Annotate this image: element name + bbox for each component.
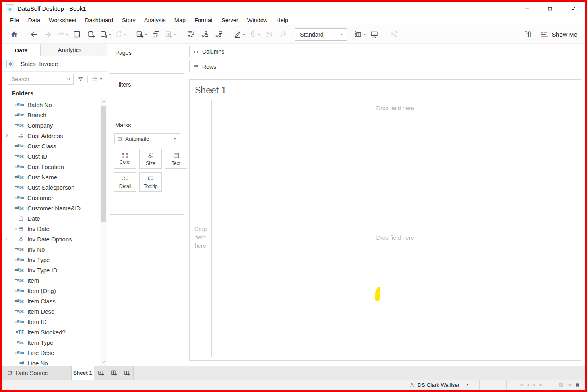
mark-color-button[interactable]: Color [114, 149, 136, 169]
refresh-button[interactable] [113, 28, 128, 41]
pages-card[interactable]: Pages [110, 46, 184, 74]
field-row[interactable]: =AbcCust Salesperson [2, 182, 100, 192]
swap-axes-button[interactable] [184, 28, 198, 41]
scrollbar[interactable] [100, 98, 107, 366]
field-row[interactable]: =AbcItem Type [2, 337, 100, 347]
expand-chevron-icon[interactable] [5, 134, 12, 138]
group-members-button[interactable] [247, 28, 262, 41]
field-row[interactable]: Cust Address [2, 130, 100, 141]
rows-shelf-drop[interactable] [253, 61, 581, 72]
mark-type-dropdown[interactable]: Automatic [114, 133, 180, 144]
fit-caret-button[interactable] [336, 29, 347, 40]
fit-dropdown[interactable]: Standard [295, 28, 347, 41]
drop-zone-top[interactable]: Drop field here [212, 105, 578, 111]
home-button[interactable] [7, 28, 21, 41]
field-row[interactable]: =AbcCustomer [2, 192, 100, 203]
user-menu[interactable]: DS Clark Walliser [406, 380, 479, 390]
redo-button[interactable] [55, 28, 70, 41]
duplicate-sheet-button[interactable] [149, 28, 163, 41]
share-button[interactable] [387, 28, 401, 41]
field-row[interactable]: =AbcBranch [2, 110, 100, 120]
worksheet-canvas[interactable]: Sheet 1 Drop field here Drop field here … [189, 79, 581, 361]
field-row[interactable]: =AbcItem [2, 275, 100, 285]
mark-detail-button[interactable]: Detail [114, 172, 136, 192]
tab-analytics[interactable]: Analytics [40, 44, 107, 56]
field-row[interactable]: =AbcCustomer Name&ID [2, 203, 100, 213]
menu-file[interactable]: File [6, 17, 23, 23]
field-row[interactable]: =AbcItem (Orig) [2, 285, 100, 296]
highlight-button[interactable] [232, 28, 247, 41]
show-me-button[interactable]: Show Me [541, 31, 577, 38]
menu-dashboard[interactable]: Dashboard [81, 17, 118, 23]
mark-type-caret[interactable] [170, 134, 180, 144]
field-row[interactable]: =AbcItem ID [2, 316, 100, 327]
tab-data[interactable]: Data [2, 44, 40, 56]
nav-last-button[interactable] [539, 383, 543, 387]
sort-ascending-button[interactable] [198, 28, 212, 41]
collapse-pane-button[interactable] [99, 48, 107, 52]
forward-arrow-button[interactable] [41, 28, 55, 41]
clear-sheet-button[interactable] [163, 28, 178, 41]
find-button[interactable] [521, 28, 535, 41]
menu-story[interactable]: Story [118, 17, 140, 23]
mark-text-button[interactable]: Text [165, 149, 187, 169]
sort-descending-button[interactable] [212, 28, 226, 41]
field-row[interactable]: =AbcInv Type ID [2, 265, 100, 275]
field-row[interactable]: =AbcInv No [2, 244, 100, 254]
filmstrip-button[interactable] [567, 382, 572, 388]
menu-analysis[interactable]: Analysis [140, 17, 170, 23]
search-input[interactable] [8, 76, 66, 82]
field-row[interactable]: =AbcItem Desc [2, 306, 100, 316]
field-row[interactable]: Date [2, 213, 100, 223]
minimize-button[interactable] [515, 2, 539, 15]
active-sheet-button[interactable] [575, 382, 580, 388]
drop-zone-left[interactable]: Drop field here [190, 118, 211, 357]
save-button[interactable] [70, 28, 84, 41]
menu-map[interactable]: Map [170, 17, 190, 23]
new-worksheet-button[interactable] [94, 366, 107, 380]
mark-tooltip-button[interactable]: Tooltip [139, 172, 162, 192]
drop-zone-center[interactable]: Drop field here [212, 118, 578, 357]
new-datasource-button[interactable] [84, 28, 98, 41]
sheet-tab[interactable]: Sheet 1 [71, 366, 94, 380]
close-button[interactable] [562, 2, 585, 15]
field-row[interactable]: Inv Date Options [2, 234, 100, 244]
new-dashboard-button[interactable] [107, 366, 120, 380]
data-source-tab[interactable]: Data Source [2, 366, 71, 380]
show-labels-button[interactable] [262, 28, 276, 41]
fix-axes-button[interactable] [276, 28, 290, 41]
datasource-item[interactable]: _Sales_Invoice [2, 56, 107, 72]
field-row[interactable]: =#Line No [2, 358, 100, 366]
nav-next-button[interactable] [532, 383, 537, 387]
new-worksheet-button[interactable] [134, 28, 149, 41]
field-row[interactable]: =AbcItem Class [2, 296, 100, 306]
field-row[interactable]: =Inv Date [2, 223, 100, 234]
presentation-button[interactable] [367, 28, 381, 41]
menu-format[interactable]: Format [190, 17, 217, 23]
nav-first-button[interactable] [519, 383, 524, 387]
grid-view-button[interactable] [558, 382, 564, 388]
field-row[interactable]: =AbcLine Desc [2, 347, 100, 358]
field-row[interactable]: =AbcBatch No [2, 99, 100, 110]
field-row[interactable]: =T|FItem Stocked? [2, 327, 100, 337]
back-arrow-button[interactable] [27, 28, 41, 41]
new-story-button[interactable] [120, 366, 134, 380]
filters-card[interactable]: Filters [110, 78, 184, 114]
view-as-button[interactable] [91, 76, 102, 82]
menu-window[interactable]: Window [243, 17, 272, 23]
show-cards-button[interactable] [352, 28, 367, 41]
menu-data[interactable]: Data [23, 17, 45, 23]
field-row[interactable]: =AbcCust Class [2, 141, 100, 151]
field-row[interactable]: =AbcCompany [2, 120, 100, 130]
field-row[interactable]: =AbcInv Type [2, 254, 100, 265]
scrollbar-thumb[interactable] [101, 106, 106, 222]
field-row[interactable]: =AbcCust Name [2, 172, 100, 182]
scroll-down-icon[interactable] [100, 359, 107, 365]
field-row[interactable]: =AbcCust ID [2, 151, 100, 161]
filter-fields-icon[interactable] [77, 76, 84, 82]
nav-prev-button[interactable] [526, 383, 530, 387]
pause-updates-button[interactable] [98, 28, 113, 41]
columns-shelf-drop[interactable] [253, 46, 581, 57]
menu-server[interactable]: Server [217, 17, 243, 23]
field-row[interactable]: =AbcCust Location [2, 161, 100, 172]
